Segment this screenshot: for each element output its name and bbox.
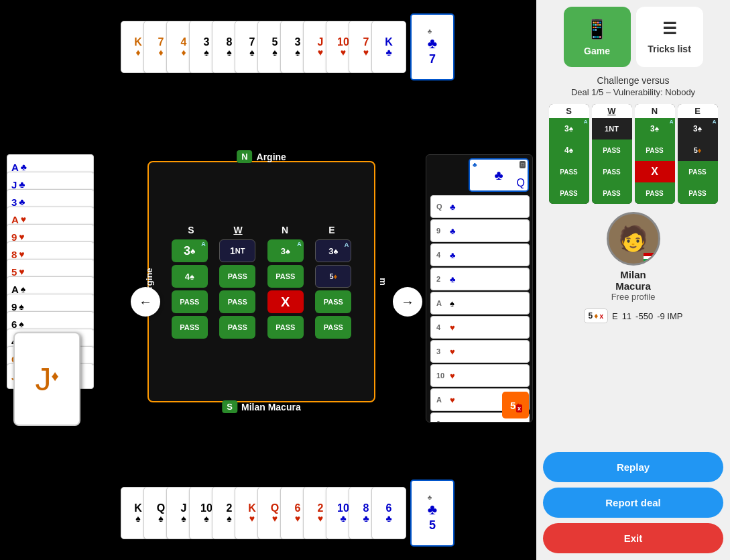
south-dir-badge: S [222, 400, 237, 413]
profile-section: 🧑 Milan Macura Free profile [607, 212, 660, 302]
w-bid-4: PASS [219, 316, 255, 339]
n-bid-1: A 3♠ [267, 239, 304, 262]
current-contract-badge: 5♦ x [502, 392, 529, 418]
top-card-13[interactable]: ♣ ♣ 7 [410, 13, 454, 80]
bids-container: A 3♠ 4♠ PASS PASS 1NT [168, 239, 355, 339]
n-sum-2: PASS [635, 139, 675, 161]
summary-w-header: W [592, 104, 632, 118]
w-bid-2: PASS [219, 265, 255, 288]
n-header: N [265, 225, 305, 235]
avatar: 🧑 [607, 212, 660, 266]
s-bid-4: PASS [172, 316, 208, 339]
top-card-12[interactable]: K♣ [371, 21, 406, 73]
tab-game[interactable]: 📱 Game [564, 7, 631, 67]
east-hand-pile: ♣ ♣ Q □ Q♣ 9♣ 4♣ 2♣ A♠ 4♥ 3♥ 10♥ A♥ 9♦ 8… [426, 154, 533, 423]
summary-e-col: E A3♠ 5♦ PASS PASS [678, 104, 718, 204]
right-panel: 📱 Game ☰ Tricks list Challenge versus De… [536, 0, 730, 560]
flag-czech [644, 253, 657, 262]
nav-left-button[interactable]: ← [131, 287, 160, 317]
bottom-card-13[interactable]: ♣ ♣ 5 [410, 480, 454, 547]
bottom-card-12[interactable]: 6♣ [371, 487, 406, 539]
north-label: N Argine [237, 150, 286, 163]
report-deal-button[interactable]: Report deal [543, 488, 723, 518]
trick-row-1: Q♣ [430, 195, 530, 218]
exit-button[interactable]: Exit [543, 523, 723, 553]
contract-suit: ♦ [594, 311, 598, 321]
score-row: 5 ♦ x E 11 -550 -9 IMP [584, 309, 683, 323]
contract-badge: 5 ♦ x [584, 309, 608, 323]
s-bid-3: PASS [172, 290, 208, 313]
e-sum-2: 5♦ [678, 139, 718, 161]
east-label: m [379, 278, 389, 286]
e-bids: A 3♠ 5♦ PASS PASS [313, 239, 353, 339]
summary-s-header: S [549, 104, 589, 118]
e-header: E [312, 225, 352, 235]
trick-row-8: 10♥ [430, 364, 530, 387]
south-label: S Milan Macura [222, 400, 300, 413]
score-imp: -9 IMP [657, 311, 682, 321]
s-header: S [171, 225, 211, 235]
trick-row-2: 9♣ [430, 219, 530, 242]
e-sum-4: PASS [678, 182, 718, 204]
w-sum-1: 1NT [592, 118, 632, 139]
bidding-summary: S A3♠ 4♠ PASS PASS W 1NT PASS PASS PASS … [543, 104, 723, 204]
n-sum-1: A3♠ [635, 118, 675, 139]
n-bid-2: PASS [267, 265, 304, 288]
score-tricks: 11 [622, 311, 631, 321]
w-header: W [218, 225, 258, 235]
bottom-hand: K♠ Q♠ J♠ 10♠ 2♠ K♥ Q♥ 6♥ 2♥ 10♣ 8♣ 6♣ ♣ … [121, 480, 454, 547]
s-sum-1: A3♠ [549, 118, 589, 139]
score-value: -550 [635, 311, 653, 321]
bidding-grid: S W N E A 3♠ 4♠ PASS [156, 169, 367, 394]
s-sum-2: 4♠ [549, 139, 589, 161]
tab-game-label: Game [584, 46, 610, 56]
n-sum-4: PASS [635, 182, 675, 204]
s-bid-2: 4♠ [172, 265, 208, 288]
deal-info: Deal 1/5 – Vulnerability: Nobody [571, 87, 695, 97]
nav-right-button[interactable]: → [393, 287, 422, 317]
w-sum-4: PASS [592, 182, 632, 204]
bidding-area: N Argine Argine m S Milan Macura S W N E [147, 161, 375, 402]
n-bids: A 3♠ PASS X PASS [265, 239, 306, 339]
contract-doubled: x [599, 313, 603, 320]
top-tabs: 📱 Game ☰ Tricks list [564, 7, 703, 67]
n-bid-4: PASS [267, 316, 304, 339]
w-sum-3: PASS [592, 161, 632, 182]
w-sum-2: PASS [592, 139, 632, 161]
summary-n-col: N A3♠ PASS X PASS [635, 104, 675, 204]
north-player-name: Argine [257, 152, 286, 162]
score-direction: E [612, 311, 618, 321]
n-sum-3: X [635, 161, 675, 182]
game-icon: 📱 [585, 18, 609, 40]
summary-w-col: W 1NT PASS PASS PASS [592, 104, 632, 204]
trick-row-5: A♠ [430, 292, 530, 315]
summary-e-header: E [678, 104, 718, 118]
trick-row-3: 4♣ [430, 243, 530, 266]
action-buttons: Replay Report deal Exit [543, 452, 723, 553]
summary-s-col: S A3♠ 4♠ PASS PASS [549, 104, 589, 204]
profile-sub: Free profile [611, 292, 656, 302]
s-bid-1: A 3♠ [172, 239, 208, 262]
e-bid-3: PASS [315, 290, 351, 313]
challenge-title: Challenge versus [597, 75, 669, 86]
bidding-header: S W N E [168, 225, 355, 235]
contract-level: 5 [589, 311, 593, 321]
jack-of-diamonds: J ♦ [13, 332, 80, 426]
profile-name: Milan Macura [615, 269, 651, 292]
replay-button[interactable]: Replay [543, 452, 723, 482]
s-sum-4: PASS [549, 182, 589, 204]
tab-tricks-label: Tricks list [648, 44, 691, 54]
left-panel: K♦ 7♦ 4♦ 3♠ 8♠ 7♠ 5♠ 3♠ J♥ 10♥ 7♥ K♣ ♣ ♣… [0, 0, 536, 560]
tricks-list-icon: ☰ [662, 19, 677, 38]
summary-n-header: N [635, 104, 675, 118]
e-sum-1: A3♠ [678, 118, 718, 139]
trick-pile-list: Q♣ 9♣ 4♣ 2♣ A♠ 4♥ 3♥ 10♥ A♥ 9♦ 8♦ 6♦ 5♦ … [426, 195, 532, 423]
e-bid-4: PASS [315, 316, 351, 339]
w-bid-1: 1NT [219, 239, 255, 262]
trick-row-6: 4♥ [430, 316, 530, 339]
n-bid-3: X [267, 290, 304, 313]
s-sum-3: PASS [549, 161, 589, 182]
tab-tricks-list[interactable]: ☰ Tricks list [636, 7, 703, 67]
south-player-name: Milan Macura [241, 402, 301, 412]
w-bid-3: PASS [219, 290, 255, 313]
